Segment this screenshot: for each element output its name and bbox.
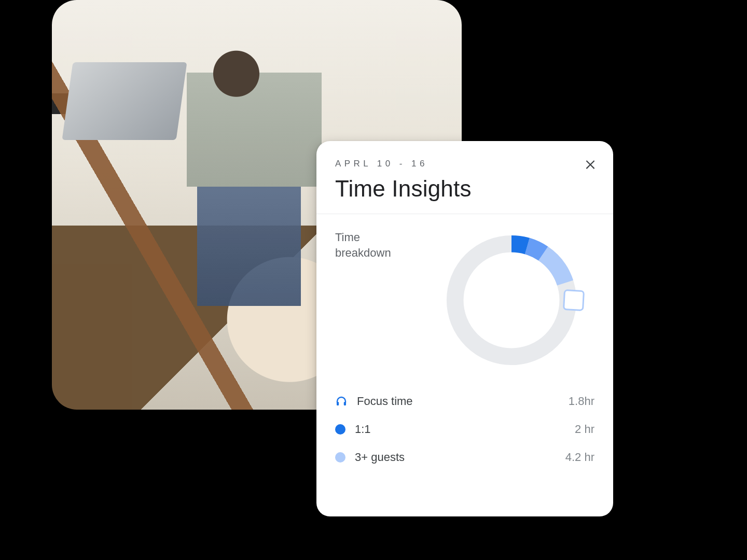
dot-icon [335, 424, 345, 435]
legend-label: 1:1 [355, 423, 371, 436]
legend-value: 4.2 hr [565, 451, 594, 464]
breakdown-label: Time breakdown [335, 230, 413, 260]
legend-value: 1.8hr [569, 395, 594, 408]
card-title: Time Insights [335, 176, 594, 201]
legend-label: Focus time [357, 395, 413, 408]
legend: Focus time 1.8hr 1:1 2 hr 3+ guests 4.2 … [316, 383, 613, 471]
legend-label: 3+ guests [355, 451, 405, 464]
date-range: APRL 10 - 16 [335, 159, 594, 169]
svg-rect-4 [337, 402, 339, 405]
time-insights-card: APRL 10 - 16 Time Insights Time breakdow… [316, 141, 613, 516]
time-breakdown-donut [441, 230, 582, 371]
svg-rect-5 [344, 402, 346, 405]
donut-handle [563, 289, 585, 311]
headphones-icon [335, 395, 348, 408]
close-icon [584, 157, 597, 171]
legend-row-oneonone[interactable]: 1:1 2 hr [335, 415, 594, 443]
close-button[interactable] [580, 153, 601, 174]
legend-value: 2 hr [575, 423, 594, 436]
legend-row-guests[interactable]: 3+ guests 4.2 hr [335, 443, 594, 471]
legend-row-focus[interactable]: Focus time 1.8hr [335, 387, 594, 415]
dot-icon [335, 452, 345, 463]
